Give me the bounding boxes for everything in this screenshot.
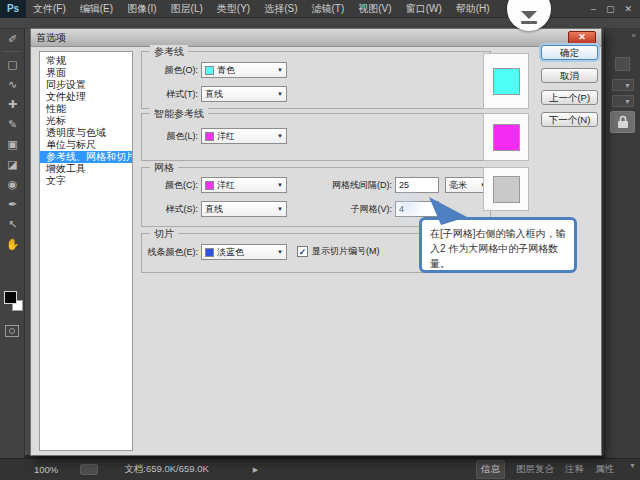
clone-stamp-tool-icon[interactable]: ▣ — [0, 134, 25, 154]
eraser-tool-icon[interactable]: ◪ — [0, 154, 25, 174]
dropdown-arrow-icon: ▼ — [274, 182, 283, 188]
lasso-tool-icon[interactable]: ∿ — [0, 74, 25, 94]
dock-panel-icon[interactable] — [615, 57, 630, 71]
guides-color-dropdown[interactable]: 青色 ▼ — [201, 62, 287, 78]
panel-mini-controls[interactable]: ▼ — [629, 462, 636, 470]
hand-tool-icon[interactable]: ✋ — [0, 234, 25, 254]
menu-filter[interactable]: 滤镜(T) — [305, 0, 352, 18]
category-type[interactable]: 文字 — [40, 175, 132, 187]
maximize-button[interactable]: ▢ — [606, 0, 615, 18]
category-plugins[interactable]: 增效工具 — [40, 163, 132, 175]
tab-layer-comps[interactable]: 图层复合 — [516, 463, 554, 476]
photoshop-window: Ps 文件(F) 编辑(E) 图像(I) 图层(L) 类型(Y) 选择(S) 滤… — [0, 0, 640, 480]
status-bar: 100% 文档:659.0K/659.0K ▶ 信息 图层复合 注释 属性 — [0, 458, 640, 480]
ok-button[interactable]: 确定 — [541, 45, 598, 60]
tab-notes[interactable]: 注释 — [565, 463, 584, 476]
menu-file[interactable]: 文件(F) — [26, 0, 73, 18]
grid-style-dropdown[interactable]: 直线 ▼ — [201, 201, 287, 217]
prev-button[interactable]: 上一个(P) — [541, 90, 598, 105]
slice-color-chip — [205, 248, 214, 257]
minimize-button[interactable]: – — [591, 0, 596, 18]
smart-guides-color-preview — [483, 113, 529, 161]
menu-help[interactable]: 帮助(H) — [449, 0, 497, 18]
panel-dropdown-icon[interactable]: ▼ — [629, 462, 636, 469]
bottom-panel-tabs: 信息 图层复合 注释 属性 — [476, 460, 640, 479]
category-general[interactable]: 常规 — [40, 55, 132, 67]
quick-mask-icon[interactable] — [5, 325, 19, 337]
guides-group: 参考线 颜色(O): 青色 ▼ 样式(T): 直线 ▼ — [141, 51, 491, 109]
smart-guides-color-dropdown[interactable]: 洋红 ▼ — [201, 128, 287, 144]
slice-line-color-dropdown[interactable]: 淡蓝色 ▼ — [201, 244, 287, 260]
smart-guides-preview-swatch — [493, 124, 520, 151]
gridline-spacing-label: 网格线间隔(D): — [320, 177, 392, 193]
photoshop-logo: Ps — [0, 0, 26, 18]
dialog-close-button[interactable]: ✕ — [568, 31, 596, 44]
close-window-button[interactable]: ✕ — [624, 0, 632, 18]
menu-layer[interactable]: 图层(L) — [164, 0, 210, 18]
menu-view[interactable]: 视图(V) — [351, 0, 398, 18]
tools-panel: ✐ ▢ ∿ ✚ ✎ ▣ ◪ ◉ ✒ ↖ ✋ — [0, 29, 25, 458]
dialog-title-bar[interactable]: 首选项 ✕ — [31, 29, 601, 47]
menu-type[interactable]: 类型(Y) — [210, 0, 257, 18]
dialog-title: 首选项 — [36, 31, 66, 45]
slices-group-title: 切片 — [150, 227, 178, 241]
menu-edit[interactable]: 编辑(E) — [73, 0, 120, 18]
grid-color-dropdown[interactable]: 洋红 ▼ — [201, 177, 287, 193]
blur-tool-icon[interactable]: ◉ — [0, 174, 25, 194]
preferences-dialog: 首选项 ✕ 常规 界面 同步设置 文件处理 性能 光标 透明度与色域 单位与标尺… — [30, 28, 602, 456]
smart-guides-color-chip — [205, 132, 214, 141]
grid-color-chip — [205, 181, 214, 190]
dropdown-arrow-icon: ▼ — [274, 133, 283, 139]
dropdown-arrow-icon: ▼ — [274, 249, 283, 255]
eyedropper-tool-icon[interactable]: ✐ — [0, 29, 25, 49]
foreground-color-swatch[interactable] — [4, 291, 17, 304]
category-units-rulers[interactable]: 单位与标尺 — [40, 139, 132, 151]
tab-info[interactable]: 信息 — [476, 460, 505, 479]
guides-style-label: 样式(T): — [142, 86, 198, 102]
path-select-tool-icon[interactable]: ↖ — [0, 214, 25, 234]
category-cursors[interactable]: 光标 — [40, 115, 132, 127]
show-slice-numbers-label: 显示切片编号(M) — [312, 245, 380, 258]
grid-style-label: 样式(S): — [142, 201, 198, 217]
menu-window[interactable]: 窗口(W) — [399, 0, 449, 18]
lock-button[interactable] — [610, 111, 635, 133]
grid-color-label: 颜色(C): — [142, 177, 198, 193]
quick-selection-tool-icon[interactable]: ✚ — [0, 94, 25, 114]
category-file-handling[interactable]: 文件处理 — [40, 91, 132, 103]
blend-mode-dropdown[interactable]: ▼ — [612, 79, 634, 91]
guides-color-label: 颜色(O): — [142, 62, 198, 78]
status-flyout-arrow-icon[interactable]: ▶ — [253, 466, 258, 474]
brush-tool-icon[interactable]: ✎ — [0, 114, 25, 134]
category-sync-settings[interactable]: 同步设置 — [40, 79, 132, 91]
menu-image[interactable]: 图像(I) — [120, 0, 163, 18]
guides-color-chip — [205, 66, 214, 75]
category-performance[interactable]: 性能 — [40, 103, 132, 115]
show-slice-numbers-checkbox[interactable]: ✓ — [297, 246, 308, 257]
lock-icon — [617, 115, 629, 129]
opacity-dropdown[interactable]: ▼ — [612, 95, 634, 107]
callout-tail — [427, 197, 473, 227]
color-swatches — [4, 291, 24, 313]
smart-guides-group-title: 智能参考线 — [150, 107, 208, 121]
category-guides-grid-slices[interactable]: 参考线、网格和切片 — [40, 151, 132, 163]
pen-tool-icon[interactable]: ✒ — [0, 194, 25, 214]
next-button[interactable]: 下一个(N) — [541, 112, 598, 127]
smart-guides-color-label: 颜色(L): — [142, 128, 198, 144]
dropdown-arrow-icon: ▼ — [274, 206, 283, 212]
marquee-tool-icon[interactable]: ▢ — [0, 54, 25, 74]
guides-preview-swatch — [493, 68, 520, 95]
dock-collapse-icon[interactable]: « — [632, 31, 636, 40]
document-size-icon — [80, 464, 98, 475]
marker-bar — [521, 21, 537, 24]
dropdown-arrow-icon: ▼ — [274, 67, 283, 73]
tab-properties[interactable]: 属性 — [595, 463, 614, 476]
menu-select[interactable]: 选择(S) — [257, 0, 304, 18]
cancel-button[interactable]: 取消 — [541, 68, 598, 83]
grid-preview-swatch — [493, 176, 520, 203]
category-interface[interactable]: 界面 — [40, 67, 132, 79]
down-arrow-icon — [521, 11, 537, 19]
zoom-level-field[interactable]: 100% — [34, 464, 58, 475]
guides-style-dropdown[interactable]: 直线 ▼ — [201, 86, 287, 102]
category-transparency-gamut[interactable]: 透明度与色域 — [40, 127, 132, 139]
smart-guides-group: 智能参考线 颜色(L): 洋红 ▼ — [141, 113, 491, 161]
